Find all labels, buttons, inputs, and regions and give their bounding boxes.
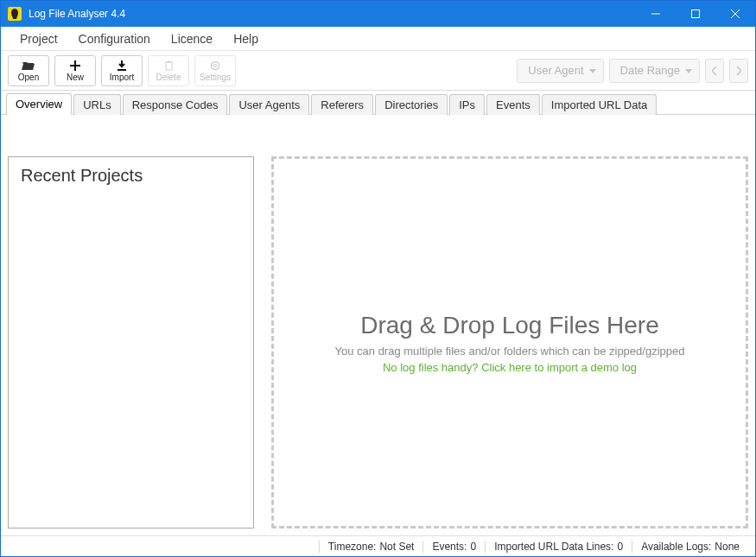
status-events-label: Events: [432, 541, 467, 553]
status-logs: Available Logs: None [632, 541, 748, 553]
status-timezone-label: Timezone: [328, 541, 377, 553]
status-logs-value: None [715, 541, 740, 553]
status-events: Events: 0 [422, 541, 485, 553]
tab-events[interactable]: Events [486, 94, 540, 115]
minimize-button[interactable] [636, 1, 676, 27]
settings-label: Settings [200, 73, 231, 82]
date-range-label: Date Range [620, 64, 680, 77]
tab-referers[interactable]: Referers [311, 94, 373, 115]
menu-licence[interactable]: Licence [161, 28, 223, 49]
svg-rect-2 [692, 10, 700, 18]
nav-next-button [729, 59, 748, 83]
tab-response-codes[interactable]: Response Codes [123, 94, 228, 115]
date-range-dropdown: Date Range [609, 59, 700, 83]
import-button[interactable]: Import [101, 55, 143, 86]
status-timezone: Timezone: Not Set [319, 541, 423, 553]
app-icon [8, 7, 22, 21]
titlebar: Log File Analyser 4.4 [1, 1, 755, 27]
delete-label: Delete [156, 73, 181, 82]
menu-project[interactable]: Project [10, 28, 68, 49]
status-events-value: 0 [470, 541, 476, 553]
tab-ips[interactable]: IPs [449, 94, 485, 115]
new-label: New [67, 73, 84, 82]
user-agent-dropdown: User Agent [517, 59, 603, 83]
recent-projects-panel: Recent Projects [8, 156, 254, 529]
settings-button: Settings [194, 55, 236, 86]
dropzone-title: Drag & Drop Log Files Here [360, 312, 658, 339]
folder-open-icon [22, 60, 35, 72]
plus-icon [70, 60, 80, 72]
statusbar: Timezone: Not Set Events: 0 Imported URL… [1, 535, 755, 556]
content-area: Recent Projects Drag & Drop Log Files He… [1, 115, 755, 535]
toolbar: Open New Import Delete Settings User Age… [1, 51, 755, 91]
nav-prev-button [705, 59, 724, 83]
open-label: Open [18, 73, 39, 82]
status-timezone-value: Not Set [379, 541, 414, 553]
dropzone-subtitle: You can drag multiple files and/or folde… [335, 345, 685, 358]
trash-icon [164, 60, 174, 72]
tab-urls[interactable]: URLs [73, 94, 121, 115]
tab-directories[interactable]: Directories [375, 94, 448, 115]
new-button[interactable]: New [54, 55, 96, 86]
gear-icon [210, 60, 220, 72]
tab-overview[interactable]: Overview [6, 93, 72, 115]
menu-configuration[interactable]: Configuration [68, 28, 161, 49]
maximize-button[interactable] [676, 1, 715, 27]
dropzone[interactable]: Drag & Drop Log Files Here You can drag … [271, 156, 748, 529]
chevron-down-icon [685, 64, 692, 77]
window-title: Log File Analyser 4.4 [29, 8, 125, 20]
status-imported: Imported URL Data Lines: 0 [485, 541, 632, 553]
menu-help[interactable]: Help [223, 28, 269, 49]
dropzone-demo-link[interactable]: No log files handy? Click here to import… [383, 361, 637, 374]
svg-point-9 [214, 64, 217, 66]
tab-user-agents[interactable]: User Agents [229, 94, 309, 115]
tab-imported-url-data[interactable]: Imported URL Data [542, 94, 658, 115]
open-button[interactable]: Open [8, 55, 49, 86]
status-imported-value: 0 [617, 541, 623, 553]
tabstrip: Overview URLs Response Codes User Agents… [1, 91, 755, 115]
recent-projects-heading: Recent Projects [21, 166, 241, 186]
chevron-down-icon [589, 64, 596, 77]
status-logs-label: Available Logs: [641, 541, 711, 553]
close-button[interactable] [715, 1, 755, 27]
import-label: Import [110, 73, 134, 82]
delete-button: Delete [148, 55, 189, 86]
download-icon [117, 60, 127, 72]
menubar: Project Configuration Licence Help [1, 27, 755, 51]
user-agent-label: User Agent [528, 64, 583, 77]
status-imported-label: Imported URL Data Lines: [494, 541, 613, 553]
svg-point-8 [212, 61, 219, 69]
